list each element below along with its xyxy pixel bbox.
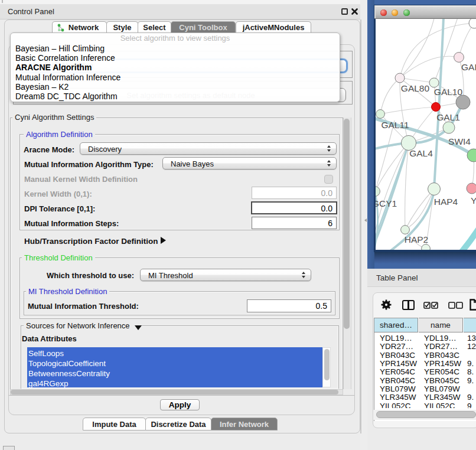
svg-text:YM: YM (471, 195, 476, 206)
svg-text:GAL10: GAL10 (434, 87, 463, 97)
svg-text:GAL11: GAL11 (381, 120, 409, 130)
svg-text:HAP4: HAP4 (434, 197, 458, 207)
svg-text:GAL80: GAL80 (401, 83, 430, 93)
svg-text:GAL1: GAL1 (436, 112, 460, 122)
svg-text:GCY1: GCY1 (376, 198, 397, 208)
svg-text:GAL4: GAL4 (409, 148, 433, 158)
svg-text:GAL2: GAL2 (461, 62, 476, 72)
svg-text:HAP2: HAP2 (405, 234, 429, 244)
svg-text:SWI4: SWI4 (448, 136, 471, 146)
